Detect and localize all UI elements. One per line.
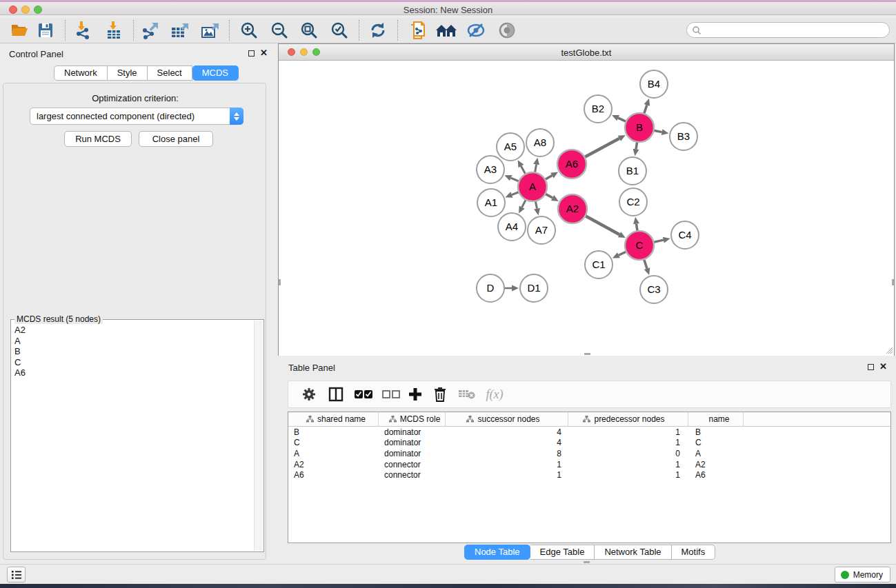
result-item[interactable]: C xyxy=(11,357,263,368)
left-divider-handle[interactable] xyxy=(279,279,281,285)
open-session-icon[interactable] xyxy=(7,19,32,41)
memory-button[interactable]: Memory xyxy=(835,567,890,582)
run-mcds-button[interactable]: Run MCDS xyxy=(64,131,132,147)
tab-select[interactable]: Select xyxy=(148,65,192,81)
tab-motifs[interactable]: Motifs xyxy=(672,545,716,560)
tab-style[interactable]: Style xyxy=(108,65,148,81)
edge-A-A8[interactable] xyxy=(535,165,537,173)
edge-A-A1[interactable] xyxy=(512,192,519,195)
delete-table-icon[interactable] xyxy=(455,381,479,407)
node-label-A3: A3 xyxy=(484,163,497,175)
table-row[interactable]: A2connector11A2 xyxy=(288,459,890,470)
refresh-icon[interactable] xyxy=(366,19,390,41)
import-network-icon[interactable] xyxy=(70,19,95,41)
mcds-result-list: A2 A B C A6 xyxy=(11,325,263,378)
edge-C-C4[interactable] xyxy=(653,240,663,242)
deselect-all-checkboxes-icon[interactable] xyxy=(379,381,403,407)
import-table-icon[interactable] xyxy=(101,19,126,41)
node-label-B: B xyxy=(636,121,643,133)
close-panel-button[interactable]: Close panel xyxy=(139,131,213,147)
node-table: shared name MCDS role successor nodes pr… xyxy=(288,412,891,543)
edge-C-C1[interactable] xyxy=(619,252,626,255)
node-label-C4: C4 xyxy=(678,229,691,241)
show-graphics-details-icon[interactable] xyxy=(495,19,519,41)
function-builder-icon[interactable]: f(x) xyxy=(483,381,506,407)
edge-A-A7[interactable] xyxy=(535,201,537,209)
hide-graphics-details-icon[interactable] xyxy=(464,19,488,41)
result-item[interactable]: A6 xyxy=(11,367,263,378)
table-tabs: Node Table Edge Table Network Table Moti… xyxy=(464,545,715,560)
column-header-predecessor-nodes[interactable]: predecessor nodes xyxy=(568,412,688,426)
edge-C-C2[interactable] xyxy=(637,224,638,232)
duplicate-network-icon[interactable] xyxy=(405,19,430,41)
zoom-selected-icon[interactable] xyxy=(327,19,352,41)
table-panel: Table Panel ✕ xyxy=(278,358,896,563)
result-item[interactable]: B xyxy=(11,346,263,357)
zoom-in-icon[interactable] xyxy=(237,19,261,41)
task-history-button[interactable] xyxy=(7,567,26,582)
export-network-icon[interactable] xyxy=(138,19,163,41)
network-window-titlebar[interactable]: testGlobe.txt xyxy=(279,44,894,61)
select-all-checkboxes-icon[interactable] xyxy=(352,381,375,407)
edge-A-A4[interactable] xyxy=(522,200,526,207)
arrowhead-icon xyxy=(506,192,513,197)
edge-A-A3[interactable] xyxy=(511,178,519,181)
column-header-mcds-role[interactable]: MCDS role xyxy=(379,412,446,426)
tab-node-table[interactable]: Node Table xyxy=(464,545,530,560)
zoom-out-icon[interactable] xyxy=(267,19,292,41)
tab-edge-table[interactable]: Edge Table xyxy=(530,545,595,560)
control-panel-tabs: Network Style Select MCDS xyxy=(54,65,239,81)
table-row[interactable]: Bdominator41B xyxy=(288,427,890,438)
column-header-shared-name[interactable]: shared name xyxy=(288,412,379,426)
add-column-icon[interactable] xyxy=(404,381,427,407)
bottom-divider-handle[interactable] xyxy=(584,353,590,355)
control-panel-close-icon[interactable]: ✕ xyxy=(260,49,268,57)
export-image-icon[interactable] xyxy=(198,19,223,41)
table-row[interactable]: A6connector11A6 xyxy=(288,469,890,480)
column-header-name[interactable]: name xyxy=(688,412,744,426)
edge-B-B3[interactable] xyxy=(654,130,662,132)
dropdown-stepper-icon[interactable] xyxy=(230,108,243,125)
edge-A-A6[interactable] xyxy=(545,176,552,180)
arrowhead-icon xyxy=(534,208,540,216)
delete-column-icon[interactable] xyxy=(428,381,452,407)
attribute-icon xyxy=(306,416,314,423)
edge-C-C3[interactable] xyxy=(644,259,647,269)
tab-network[interactable]: Network xyxy=(54,65,108,81)
edge-B-B4[interactable] xyxy=(644,105,647,114)
edge-B-B1[interactable] xyxy=(636,142,637,150)
edge-A-A2[interactable] xyxy=(545,194,552,198)
tab-mcds[interactable]: MCDS xyxy=(192,65,239,81)
table-row[interactable]: Adominator80A xyxy=(288,448,890,459)
save-session-icon[interactable] xyxy=(33,19,58,41)
resize-grip-icon[interactable] xyxy=(884,345,893,354)
edge-A2-C[interactable] xyxy=(585,216,619,234)
export-table-icon[interactable] xyxy=(168,19,192,41)
result-scrollbar[interactable] xyxy=(254,321,263,551)
node-label-A2: A2 xyxy=(566,203,579,214)
column-header-successor-nodes[interactable]: successor nodes xyxy=(446,412,568,426)
network-view-window: testGlobe.txt AA1A2A3A4A5A6A7A8BB1B2B3B4… xyxy=(278,43,895,356)
table-row[interactable]: Cdominator41C xyxy=(288,438,890,449)
cytohubba-home-icon[interactable] xyxy=(434,19,459,41)
result-item[interactable]: A2 xyxy=(11,325,263,336)
control-panel-float-icon[interactable] xyxy=(248,50,255,57)
toolbar-separator xyxy=(133,20,134,41)
table-panel-close-icon[interactable]: ✕ xyxy=(879,363,887,370)
tab-network-table[interactable]: Network Table xyxy=(595,545,671,560)
right-divider-handle[interactable] xyxy=(892,279,894,285)
edge-A-A5[interactable] xyxy=(521,166,525,174)
settings-gear-icon[interactable] xyxy=(297,381,321,407)
edge-A6-B[interactable] xyxy=(584,139,619,157)
criterion-dropdown[interactable]: largest connected component (directed) xyxy=(30,108,243,125)
search-input[interactable] xyxy=(701,24,889,37)
table-divider-handle[interactable] xyxy=(584,561,590,563)
network-canvas[interactable]: AA1A2A3A4A5A6A7A8BB1B2B3B4CC1C2C3C4DD1 xyxy=(279,61,894,356)
search-field[interactable] xyxy=(686,22,890,38)
show-columns-icon[interactable] xyxy=(324,381,348,407)
edge-B-B2[interactable] xyxy=(618,118,626,121)
status-bar: Memory xyxy=(0,564,896,584)
result-item[interactable]: A xyxy=(11,336,263,347)
table-panel-float-icon[interactable] xyxy=(868,364,874,370)
zoom-fit-icon[interactable] xyxy=(297,19,321,41)
